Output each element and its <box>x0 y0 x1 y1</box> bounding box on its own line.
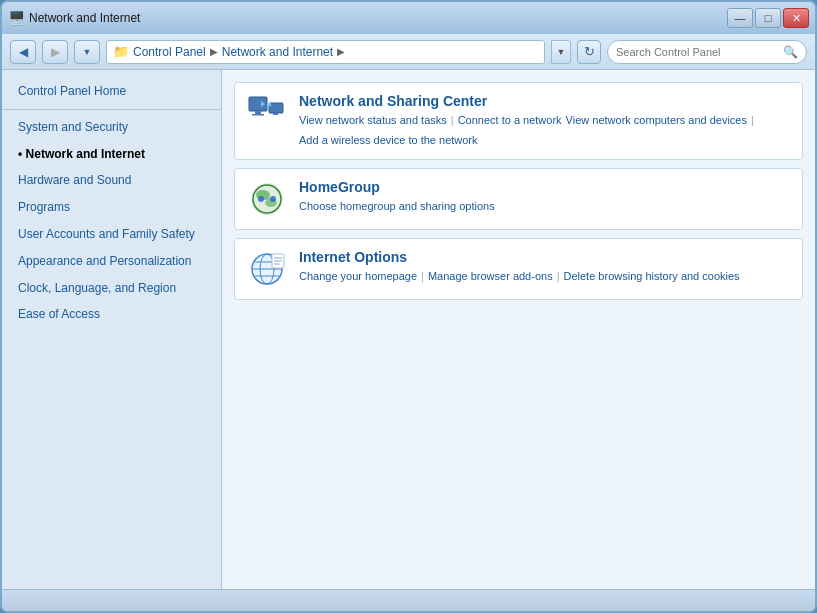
link-sep-1: | <box>451 112 454 130</box>
breadcrumb-control-panel[interactable]: Control Panel <box>133 45 206 59</box>
close-button[interactable]: ✕ <box>783 8 809 28</box>
title-bar: 🖥️ Network and Internet — □ ✕ <box>2 2 815 34</box>
internet-options-icon <box>247 249 287 289</box>
svg-rect-3 <box>269 103 283 113</box>
sidebar-item-programs[interactable]: Programs <box>2 194 221 221</box>
link-view-computers[interactable]: View network computers and devices <box>566 112 747 130</box>
network-sharing-title[interactable]: Network and Sharing Center <box>299 93 790 109</box>
search-box: 🔍 <box>607 40 807 64</box>
svg-rect-1 <box>255 111 261 114</box>
maximize-button[interactable]: □ <box>755 8 781 28</box>
network-sharing-links: View network status and tasks | Connect … <box>299 112 790 149</box>
sidebar-item-system-security[interactable]: System and Security <box>2 114 221 141</box>
svg-rect-4 <box>273 113 278 115</box>
search-input[interactable] <box>616 46 779 58</box>
folder-icon: 📁 <box>113 44 129 59</box>
category-homegroup: HomeGroup Choose homegroup and sharing o… <box>234 168 803 230</box>
svg-point-12 <box>258 196 264 202</box>
internet-options-links: Change your homepage | Manage browser ad… <box>299 268 790 286</box>
category-internet-options: Internet Options Change your homepage | … <box>234 238 803 300</box>
sidebar-divider <box>2 109 221 110</box>
breadcrumb-separator-1: ▶ <box>210 46 218 57</box>
forward-button[interactable]: ▶ <box>42 40 68 64</box>
homegroup-links: Choose homegroup and sharing options <box>299 198 790 216</box>
search-icon[interactable]: 🔍 <box>783 45 798 59</box>
link-manage-addons[interactable]: Manage browser add-ons <box>428 268 553 286</box>
svg-rect-2 <box>252 114 264 116</box>
link-homegroup-options[interactable]: Choose homegroup and sharing options <box>299 198 495 216</box>
link-sep-3: | <box>421 268 424 286</box>
network-sharing-icon <box>247 93 287 133</box>
minimize-button[interactable]: — <box>727 8 753 28</box>
homegroup-icon <box>247 179 287 219</box>
sidebar-item-user-accounts[interactable]: User Accounts and Family Safety <box>2 221 221 248</box>
sidebar-item-ease-access[interactable]: Ease of Access <box>2 301 221 328</box>
address-bar: ◀ ▶ ▼ 📁 Control Panel ▶ Network and Inte… <box>2 34 815 70</box>
right-panel: Network and Sharing Center View network … <box>222 70 815 589</box>
link-change-homepage[interactable]: Change your homepage <box>299 268 417 286</box>
homegroup-content: HomeGroup Choose homegroup and sharing o… <box>299 179 790 219</box>
back-button[interactable]: ◀ <box>10 40 36 64</box>
breadcrumb-network-internet[interactable]: Network and Internet <box>222 45 333 59</box>
sidebar-item-appearance[interactable]: Appearance and Personalization <box>2 248 221 275</box>
breadcrumb-separator-2: ▶ <box>337 46 345 57</box>
sidebar-item-network-internet[interactable]: Network and Internet <box>2 141 221 168</box>
svg-point-13 <box>270 196 276 202</box>
window-title: Network and Internet <box>29 11 140 25</box>
refresh-button[interactable]: ↻ <box>577 40 601 64</box>
main-window: 🖥️ Network and Internet — □ ✕ ◀ ▶ ▼ 📁 Co… <box>0 0 817 613</box>
link-add-wireless[interactable]: Add a wireless device to the network <box>299 132 478 150</box>
link-view-network-status[interactable]: View network status and tasks <box>299 112 447 130</box>
sidebar-item-control-panel-home[interactable]: Control Panel Home <box>2 78 221 105</box>
category-network-sharing: Network and Sharing Center View network … <box>234 82 803 160</box>
title-bar-left: 🖥️ Network and Internet <box>8 10 140 26</box>
homegroup-title[interactable]: HomeGroup <box>299 179 790 195</box>
status-bar <box>2 589 815 611</box>
internet-options-content: Internet Options Change your homepage | … <box>299 249 790 289</box>
link-delete-history[interactable]: Delete browsing history and cookies <box>564 268 740 286</box>
breadcrumb-dropdown-button[interactable]: ▼ <box>551 40 571 64</box>
window-icon: 🖥️ <box>8 10 25 26</box>
main-content: Control Panel Home System and Security N… <box>2 70 815 589</box>
sidebar-item-hardware-sound[interactable]: Hardware and Sound <box>2 167 221 194</box>
sidebar: Control Panel Home System and Security N… <box>2 70 222 589</box>
recent-pages-button[interactable]: ▼ <box>74 40 100 64</box>
link-sep-2: | <box>751 112 754 130</box>
title-controls: — □ ✕ <box>727 8 809 28</box>
network-sharing-content: Network and Sharing Center View network … <box>299 93 790 149</box>
link-connect-network[interactable]: Connect to a network <box>458 112 562 130</box>
link-sep-4: | <box>557 268 560 286</box>
sidebar-item-clock-language[interactable]: Clock, Language, and Region <box>2 275 221 302</box>
internet-options-title[interactable]: Internet Options <box>299 249 790 265</box>
